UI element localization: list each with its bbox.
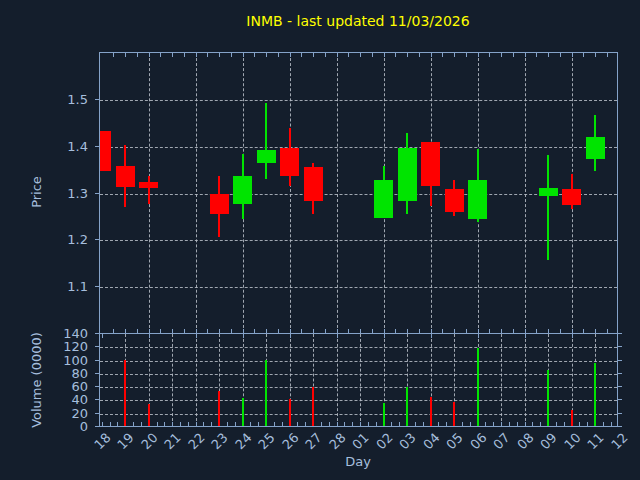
- minor-tick-top: [560, 53, 561, 57]
- volume-panel: [99, 333, 618, 427]
- candle-body-18: [99, 131, 111, 171]
- candle-body-26: [280, 148, 299, 176]
- volume-tick-bottom: [493, 422, 494, 426]
- candle-body-24: [233, 176, 252, 205]
- price-gridline: [100, 147, 617, 148]
- volume-tick-bottom: [297, 422, 298, 426]
- price-tick-label: 1.2: [48, 232, 88, 247]
- volume-bar-04: [430, 397, 432, 426]
- volume-outer-tick: [95, 333, 99, 334]
- volume-bar-23: [218, 391, 220, 426]
- volume-tick-bottom: [423, 422, 424, 426]
- minor-tick-top: [266, 53, 267, 57]
- volume-tick-bottom: [164, 422, 165, 426]
- volume-tick-top: [102, 334, 103, 338]
- volume-tick-bottom: [321, 422, 322, 426]
- minor-tick-top: [489, 53, 490, 57]
- volume-tick-bottom: [337, 422, 338, 426]
- volume-gridline: [100, 414, 617, 415]
- volume-outer-tick-right: [618, 413, 622, 414]
- volume-tick-bottom: [438, 422, 439, 426]
- minor-tick-top: [337, 53, 338, 57]
- volume-tick-bottom: [258, 422, 259, 426]
- volume-tick-bottom: [540, 422, 541, 426]
- volume-tick-bottom: [509, 422, 510, 426]
- candle-body-09: [539, 188, 558, 196]
- volume-tick-top: [149, 334, 150, 338]
- price-vgridline: [337, 53, 338, 333]
- volume-tick-bottom: [501, 422, 502, 426]
- candle-body-10: [562, 189, 581, 205]
- volume-tick-bottom: [250, 422, 251, 426]
- minor-tick-top: [207, 53, 208, 57]
- volume-gridline: [100, 347, 617, 348]
- volume-outer-tick: [95, 386, 99, 387]
- volume-bar-03: [406, 387, 408, 426]
- minor-tick-top: [431, 53, 432, 57]
- minor-tick-top: [348, 53, 349, 57]
- candle-body-25: [257, 150, 276, 162]
- volume-tick-bottom: [110, 422, 111, 426]
- minor-tick-top: [231, 53, 232, 57]
- volume-bar-06: [477, 348, 479, 426]
- volume-tick-bottom: [603, 422, 604, 426]
- volume-tick-bottom: [141, 422, 142, 426]
- volume-tick-bottom: [352, 422, 353, 426]
- price-outer-tick: [95, 146, 99, 147]
- volume-tick-bottom: [360, 422, 361, 426]
- price-gridline: [100, 100, 617, 101]
- price-gridline: [100, 287, 617, 288]
- price-outer-tick: [95, 99, 99, 100]
- volume-tick-top: [431, 334, 432, 338]
- volume-axis-label: Volume (0000): [29, 332, 44, 428]
- volume-outer-tick-right: [618, 386, 622, 387]
- price-panel: [99, 52, 618, 334]
- minor-tick-top: [137, 53, 138, 57]
- volume-bar-05: [453, 402, 455, 426]
- minor-tick-top: [419, 53, 420, 57]
- price-tick-label: 1.3: [48, 185, 88, 200]
- volume-bar-26: [289, 399, 291, 426]
- volume-gridline: [100, 361, 617, 362]
- volume-outer-tick: [95, 346, 99, 347]
- volume-vgridline: [360, 334, 361, 426]
- minor-tick-top: [536, 53, 537, 57]
- volume-tick-bottom: [525, 422, 526, 426]
- volume-tick-bottom: [117, 422, 118, 426]
- candle-body-11: [586, 137, 605, 159]
- volume-tick-bottom: [102, 422, 103, 426]
- minor-tick-top: [313, 53, 314, 57]
- minor-tick-top: [384, 53, 385, 57]
- volume-tick-top: [525, 334, 526, 338]
- volume-tick-top: [337, 334, 338, 338]
- volume-bar-20: [148, 404, 150, 426]
- price-tick-label: 1.5: [48, 91, 88, 106]
- volume-outer-tick: [95, 373, 99, 374]
- volume-tick-top: [290, 334, 291, 338]
- minor-tick-top: [572, 53, 573, 57]
- minor-tick-top: [290, 53, 291, 57]
- volume-outer-tick-right: [618, 346, 622, 347]
- volume-tick-label: 0: [48, 419, 88, 434]
- volume-outer-tick: [95, 413, 99, 414]
- volume-tick-bottom: [579, 422, 580, 426]
- price-outer-tick: [95, 193, 99, 194]
- price-vgridline: [290, 53, 291, 333]
- volume-vgridline: [501, 334, 502, 426]
- volume-tick-top: [478, 334, 479, 338]
- minor-tick-top: [172, 53, 173, 57]
- volume-tick-bottom: [368, 422, 369, 426]
- minor-tick-top: [548, 53, 549, 57]
- volume-tick-bottom: [172, 422, 173, 426]
- candle-wick-20: [148, 176, 150, 205]
- volume-tick-bottom: [446, 422, 447, 426]
- volume-tick-bottom: [282, 422, 283, 426]
- volume-tick-bottom: [462, 422, 463, 426]
- volume-bar-25: [265, 360, 267, 426]
- minor-tick-top: [525, 53, 526, 57]
- minor-tick-top: [360, 53, 361, 57]
- volume-tick-bottom: [415, 422, 416, 426]
- volume-gridline: [100, 387, 617, 388]
- volume-tick-bottom: [611, 422, 612, 426]
- candle-body-03: [398, 148, 417, 200]
